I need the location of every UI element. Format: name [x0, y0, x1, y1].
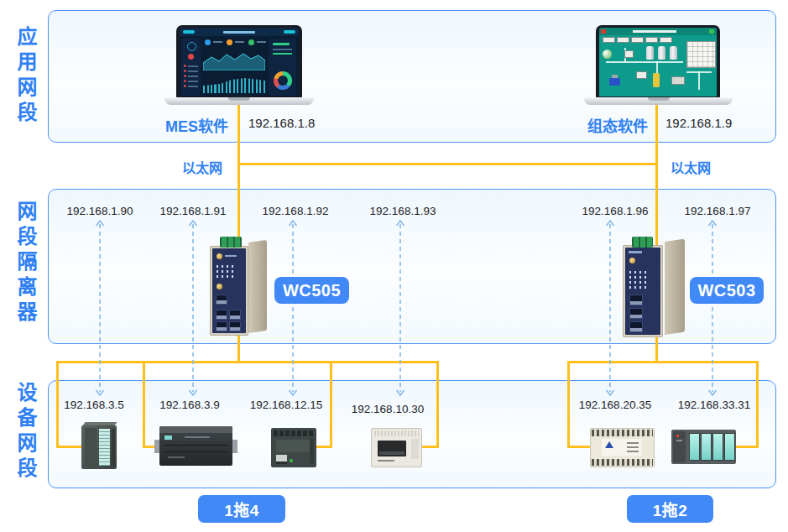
plc-2-image [159, 426, 232, 466]
device-ip-1: 192.168.3.5 [64, 399, 123, 411]
plc-6-image [671, 430, 736, 464]
mapped-ip-3: 192.168.1.92 [263, 205, 329, 217]
mapped-ip-1: 192.168.1.90 [67, 205, 133, 217]
device-ip-3: 192.168.12.15 [250, 399, 322, 411]
wc505-gateway-image [210, 241, 267, 336]
right-group-badge-text: 1拖2 [653, 498, 688, 520]
wc505-model-text: WC505 [283, 281, 341, 300]
right-group-badge: 1拖2 [627, 495, 713, 523]
plc-3-image [271, 428, 316, 467]
mes-laptop-base [164, 97, 314, 105]
mapped-ip-5: 192.168.1.96 [582, 205, 649, 217]
network-topology-diagram: 应用网段 网段隔离器 设备网段 [0, 0, 788, 532]
left-group-badge: 1拖4 [198, 495, 285, 523]
mapped-ip-6: 192.168.1.97 [685, 205, 751, 217]
mes-dashboard-screen [180, 28, 299, 96]
scada-laptop-base [584, 97, 733, 105]
left-group-badge-text: 1拖4 [224, 498, 259, 520]
ethernet-label-left: 以太网 [182, 157, 222, 177]
scada-laptop-screen [596, 25, 720, 98]
mapped-ip-2: 192.168.1.91 [160, 205, 227, 217]
wc503-model-badge: WC503 [690, 277, 764, 304]
wc505-model-badge: WC505 [274, 277, 349, 304]
mes-laptop-screen [176, 25, 302, 98]
mes-area-chart [203, 50, 265, 70]
mapped-ip-4: 192.168.1.93 [370, 205, 436, 217]
device-ip-6: 192.168.33.31 [678, 399, 750, 411]
plc-1-image [81, 425, 117, 469]
scada-host-ip: 192.168.1.9 [665, 116, 732, 130]
mes-host-label: MES软件 [156, 114, 228, 136]
scada-process-screen [599, 28, 717, 96]
plc-4-image [371, 428, 422, 467]
scada-host-label: 组态软件 [576, 114, 648, 136]
scada-trend-panel [686, 41, 716, 68]
plc-5-image [590, 428, 655, 467]
wc503-model-text: WC503 [697, 281, 755, 300]
ethernet-label-right: 以太网 [671, 157, 711, 177]
device-ip-5: 192.168.20.35 [579, 399, 651, 411]
wc503-gateway-image [623, 240, 685, 338]
device-ip-2: 192.168.3.9 [159, 399, 219, 411]
device-ip-4: 192.168.10.30 [352, 403, 424, 415]
mes-bar-chart [203, 76, 265, 93]
mes-host-ip: 192.168.1.8 [248, 116, 315, 130]
